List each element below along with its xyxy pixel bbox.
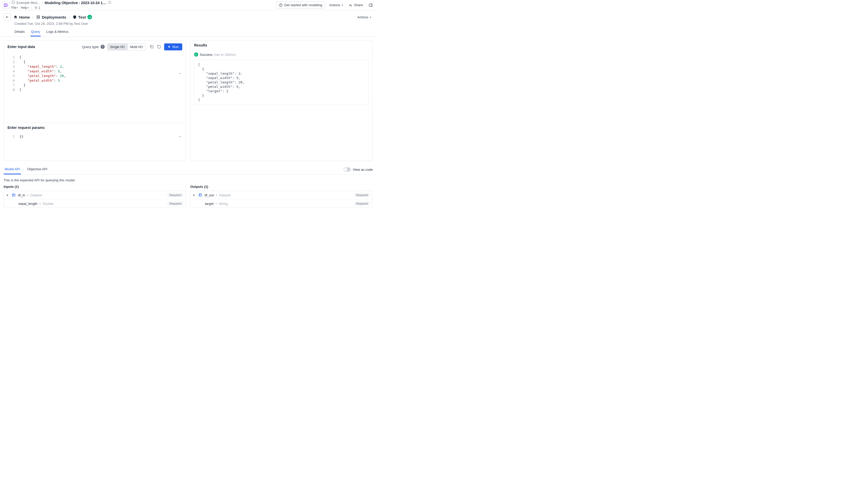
help-icon[interactable]: ? <box>101 45 105 49</box>
required-badge: Required <box>167 202 183 206</box>
outputs-title: Outputs (1) <box>190 185 373 189</box>
results-title: Results <box>194 43 207 47</box>
breadcrumb-home[interactable]: Home <box>13 15 30 19</box>
svg-point-4 <box>35 7 35 7</box>
breadcrumb: Home › Deployments › Test Actions▾ <box>0 10 376 21</box>
actions-menu-page[interactable]: Actions▾ <box>356 14 373 20</box>
input-field-row[interactable]: sepal_length • Double Required <box>4 199 186 208</box>
chevron-down-icon[interactable]: ▾ <box>193 193 196 197</box>
success-icon <box>194 52 198 57</box>
run-button[interactable]: Run <box>164 43 182 50</box>
chevron-right-icon: › <box>69 15 70 19</box>
svg-point-9 <box>350 4 351 5</box>
help-menu[interactable]: Help▾ <box>21 6 29 10</box>
view-as-code-toggle[interactable] <box>344 167 351 172</box>
tab-logs[interactable]: Logs & Metrics <box>46 28 69 36</box>
api-section: Model API Objective API View as code Thi… <box>0 165 376 212</box>
query-type-label: Query type: <box>82 45 99 49</box>
page-title[interactable]: Modeling Objective - 2023-10-24 1… <box>45 1 106 5</box>
clipboard-icon[interactable] <box>148 43 155 50</box>
single-io-button[interactable]: Single I/O <box>108 44 127 50</box>
svg-rect-2 <box>12 1 14 4</box>
star-icon[interactable] <box>108 1 111 5</box>
back-button[interactable] <box>4 13 11 21</box>
query-type-segmented: Single I/O Multi I/O <box>107 43 146 50</box>
chevron-right-icon: › <box>42 1 43 5</box>
breadcrumb-deployments[interactable]: Deployments <box>36 15 66 19</box>
required-badge: Required <box>354 193 370 197</box>
svg-point-6 <box>36 8 36 9</box>
tab-query[interactable]: Query <box>31 28 41 36</box>
reset-icon[interactable] <box>155 43 163 50</box>
svg-marker-16 <box>169 46 170 48</box>
required-badge: Required <box>167 193 183 197</box>
results-panel: Results Success (ran in 180ms) [ { "sepa… <box>190 40 373 161</box>
created-by: Created Tue, Oct 24, 2023, 2:58 PM by Te… <box>0 21 376 28</box>
svg-point-10 <box>351 5 352 6</box>
svg-point-5 <box>36 7 37 7</box>
share-button[interactable]: Share <box>347 2 364 8</box>
table-icon <box>198 193 202 197</box>
params-title: Enter request params <box>4 123 186 132</box>
result-body[interactable]: [ { "sepal_length": 2, "sepal_width": 5,… <box>194 60 369 105</box>
view-as-code-label: View as code <box>353 168 373 172</box>
svg-point-1 <box>5 4 5 5</box>
project-crumb[interactable]: Example Mod… <box>17 1 40 5</box>
panel-toggle-icon[interactable] <box>367 2 374 9</box>
doc-icon <box>11 1 15 5</box>
inputs-box: ▾ df_in • Dataset Required sepal_length … <box>4 191 186 208</box>
result-timing: (ran in 180ms) <box>214 53 236 57</box>
output-field-row[interactable]: target • String Required <box>191 199 372 208</box>
tab-objective-api[interactable]: Objective API <box>26 165 48 174</box>
app-icon[interactable] <box>2 2 9 9</box>
svg-marker-3 <box>108 1 111 4</box>
branch-indicator[interactable]: 1 <box>34 6 40 10</box>
file-menu[interactable]: File▾ <box>11 6 18 10</box>
breadcrumb-test[interactable]: Test <box>73 15 86 19</box>
input-code-editor[interactable]: − 1[2 {3 "sepal_length": 2,4 "sepal_widt… <box>4 53 186 123</box>
required-badge: Required <box>354 202 370 206</box>
svg-rect-17 <box>12 194 15 196</box>
input-dataset-row[interactable]: ▾ df_in • Dataset Required <box>4 191 186 199</box>
chevron-right-icon: › <box>33 15 34 19</box>
page-tabs: Details Query Logs & Metrics <box>0 28 376 37</box>
svg-rect-20 <box>199 194 202 196</box>
result-status-text: Success <box>200 53 212 57</box>
status-success-icon <box>87 15 92 19</box>
svg-rect-11 <box>369 4 372 6</box>
tab-details[interactable]: Details <box>14 28 25 36</box>
chevron-down-icon[interactable]: ▾ <box>6 193 10 197</box>
top-bar: Example Mod… › Modeling Objective - 2023… <box>0 0 376 10</box>
get-started-button[interactable]: Get started with modeling <box>276 2 325 9</box>
svg-rect-15 <box>151 45 153 48</box>
fold-icon[interactable]: − <box>178 71 181 76</box>
svg-rect-14 <box>37 17 40 18</box>
tab-model-api[interactable]: Model API <box>4 165 21 174</box>
input-title: Enter input data <box>7 45 35 49</box>
params-code-editor[interactable]: − 1 {} <box>4 132 186 161</box>
fold-icon[interactable]: − <box>178 134 181 139</box>
input-panel: Enter input data Query type: ? Single I/… <box>4 40 186 161</box>
multi-io-button[interactable]: Multi I/O <box>127 44 145 50</box>
output-dataset-row[interactable]: ▾ df_out • Dataset Required <box>191 191 372 199</box>
svg-rect-13 <box>37 16 40 17</box>
actions-menu-top[interactable]: Actions▾ <box>328 2 345 8</box>
api-description: This is the expected API for querying th… <box>4 175 373 185</box>
table-icon <box>12 193 16 197</box>
outputs-box: ▾ df_out • Dataset Required target • Str… <box>190 191 373 208</box>
inputs-title: Inputs (1) <box>4 185 186 189</box>
